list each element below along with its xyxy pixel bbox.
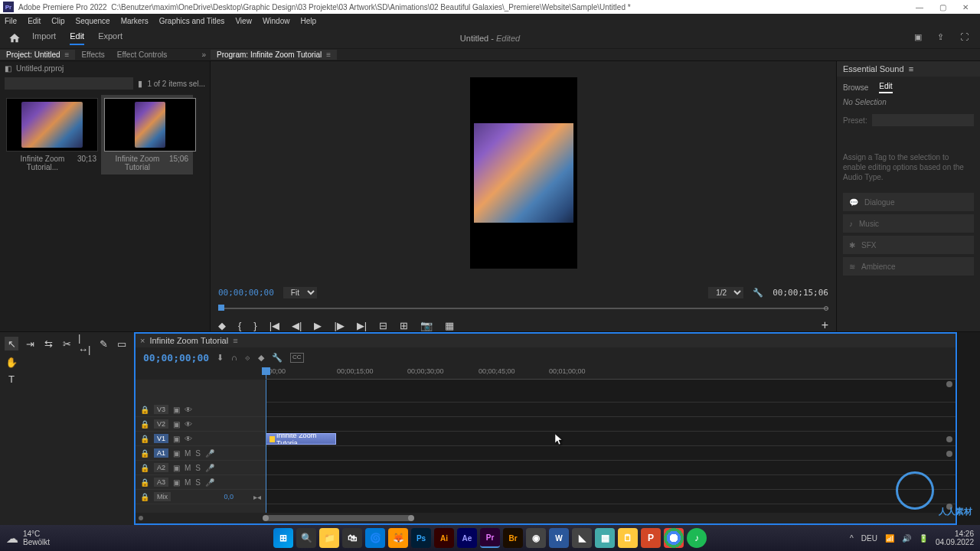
extract-icon[interactable]: ⊞ <box>400 320 408 331</box>
ripple-tool-icon[interactable]: ⇆ <box>41 337 55 350</box>
type-tool-icon[interactable]: T <box>5 372 18 386</box>
app-icon-generic[interactable]: ◣ <box>572 528 592 548</box>
type-dialogue-button[interactable]: 💬Dialogue <box>843 193 974 211</box>
selection-tool-icon[interactable]: ↖ <box>5 337 18 350</box>
target-icon[interactable]: ▣ <box>173 464 180 472</box>
fullscreen-icon[interactable]: ⛶ <box>960 32 972 44</box>
menu-view[interactable]: View <box>235 17 252 25</box>
target-icon[interactable]: ▣ <box>173 478 180 487</box>
magnet-icon[interactable]: ∩ <box>231 353 237 363</box>
project-search-input[interactable] <box>5 77 133 90</box>
lock-icon[interactable]: 🔒 <box>140 406 149 414</box>
cc-icon[interactable]: CC <box>290 353 304 363</box>
home-icon[interactable] <box>8 32 21 44</box>
close-icon[interactable]: × <box>140 336 145 345</box>
menu-clip[interactable]: Clip <box>51 17 64 25</box>
timeline-zoom-bar[interactable] <box>266 513 956 523</box>
target-icon[interactable]: ▣ <box>173 406 180 414</box>
preset-dropdown[interactable] <box>872 114 974 126</box>
language-indicator[interactable]: DEU <box>861 534 877 543</box>
zoom-fit-dropdown[interactable]: Fit <box>283 287 317 298</box>
track-header-a2[interactable]: 🔒A2▣MS🎤 <box>136 461 266 475</box>
lock-icon[interactable]: 🔒 <box>140 420 149 429</box>
panel-menu-icon[interactable]: ≡ <box>326 51 331 59</box>
minimize-button[interactable]: — <box>908 1 931 13</box>
app-icon-generic[interactable]: ▦ <box>595 528 615 548</box>
razor-tool-icon[interactable]: ✂ <box>60 337 74 350</box>
chrome-icon[interactable] <box>664 528 684 548</box>
mark-out-right-icon[interactable]: } <box>253 320 256 331</box>
track-header-v3[interactable]: 🔒V3▣👁 <box>136 403 266 417</box>
panel-tab-program[interactable]: Program: Infinite Zoom Tutorial≡ <box>211 50 337 60</box>
file-explorer-icon[interactable]: 📁 <box>319 528 339 548</box>
workspace-edit[interactable]: Edit <box>70 31 84 45</box>
audio-meters[interactable] <box>957 332 980 525</box>
pen-tool-icon[interactable]: ✎ <box>96 337 110 350</box>
aftereffects-icon[interactable]: Ae <box>457 528 477 548</box>
panel-menu-icon[interactable]: ≡ <box>65 51 70 59</box>
program-playbar[interactable] <box>218 305 828 312</box>
lock-icon[interactable]: 🔒 <box>140 478 149 487</box>
target-icon[interactable]: ▣ <box>173 449 180 458</box>
go-to-out-icon[interactable]: ▶| <box>357 320 367 331</box>
ess-tab-browse[interactable]: Browse <box>843 83 868 93</box>
panel-menu-icon[interactable]: ≡ <box>233 336 237 345</box>
panel-tab-effect-controls[interactable]: Effect Controls <box>111 50 173 60</box>
timeline-tracks-area[interactable]: Infinite Zoom Tutoria <box>266 380 956 513</box>
type-ambience-button[interactable]: ≋Ambience <box>843 257 974 276</box>
word-icon[interactable]: W <box>549 528 569 548</box>
panel-tab-project[interactable]: Project: Untitled≡ <box>0 50 75 60</box>
panel-tab-effects[interactable]: Effects <box>75 50 110 60</box>
weather-widget[interactable]: ☁ 14°CBewölkt <box>6 530 50 546</box>
volume-icon[interactable]: 🔊 <box>902 534 911 543</box>
playhead-icon[interactable] <box>218 305 224 311</box>
timeline-timecode[interactable]: 00;00;00;00 <box>143 352 209 364</box>
type-music-button[interactable]: ♪Music <box>843 214 974 233</box>
panel-collapse-icon[interactable]: » <box>201 51 206 59</box>
track-header-v2[interactable]: 🔒V2▣👁 <box>136 417 266 432</box>
close-window-button[interactable]: ✕ <box>954 1 977 13</box>
rectangle-tool-icon[interactable]: ▭ <box>115 337 129 350</box>
track-select-tool-icon[interactable]: ⇥ <box>23 337 37 350</box>
taskbar-search-icon[interactable]: 🔍 <box>296 528 316 548</box>
new-bin-icon[interactable]: ▮ <box>138 79 142 89</box>
clock[interactable]: 14:2604.09.2022 <box>936 530 974 546</box>
go-to-in-icon[interactable]: |◀ <box>270 320 279 331</box>
lock-icon[interactable]: 🔒 <box>140 435 149 443</box>
track-header-a1[interactable]: 🔒A1▣MS🎤 <box>136 446 266 461</box>
voiceover-icon[interactable]: 🎤 <box>205 464 214 472</box>
track-header-v1[interactable]: 🔒V1▣👁 <box>136 432 266 446</box>
slip-tool-icon[interactable]: |↔| <box>78 337 92 350</box>
type-sfx-button[interactable]: ✱SFX <box>843 236 974 254</box>
target-icon[interactable]: ▣ <box>173 420 180 429</box>
mark-in-icon[interactable]: ◆ <box>218 320 226 331</box>
marker-icon[interactable]: ◆ <box>258 353 264 363</box>
wifi-icon[interactable]: 📶 <box>885 534 894 543</box>
panel-menu-icon[interactable]: ≡ <box>909 64 913 73</box>
start-button[interactable]: ⊞ <box>273 528 293 548</box>
compare-icon[interactable]: ▦ <box>445 320 454 331</box>
track-header-a3[interactable]: 🔒A3▣MS🎤 <box>136 475 266 490</box>
eye-icon[interactable]: 👁 <box>185 420 192 429</box>
voiceover-icon[interactable]: 🎤 <box>205 449 214 458</box>
snap-icon[interactable]: ⬇ <box>217 353 224 363</box>
eye-icon[interactable]: 👁 <box>185 435 192 443</box>
project-breadcrumb[interactable]: ◧ Untitled.prproj <box>0 61 210 75</box>
powerpoint-icon[interactable]: P <box>641 528 661 548</box>
step-back-icon[interactable]: ◀| <box>292 320 302 331</box>
battery-icon[interactable]: 🔋 <box>919 534 928 543</box>
quick-export-icon[interactable]: ▣ <box>914 32 926 44</box>
button-editor-icon[interactable]: + <box>822 318 828 332</box>
lock-icon[interactable]: 🔒 <box>140 464 149 472</box>
timeline-playhead-line[interactable] <box>266 380 266 513</box>
linked-selection-icon[interactable]: ⟐ <box>245 353 250 363</box>
edge-icon[interactable]: 🌀 <box>365 528 385 548</box>
workspace-import[interactable]: Import <box>32 31 56 45</box>
premiere-icon[interactable]: Pr <box>480 528 500 548</box>
lock-icon[interactable]: 🔒 <box>140 493 149 501</box>
photoshop-icon[interactable]: Ps <box>411 528 431 548</box>
menu-graphics[interactable]: Graphics and Titles <box>159 17 225 25</box>
menu-file[interactable]: File <box>5 17 17 25</box>
program-monitor[interactable] <box>211 61 836 284</box>
project-item[interactable]: Infinite Zoom Tutorial...30;13 <box>6 98 98 171</box>
